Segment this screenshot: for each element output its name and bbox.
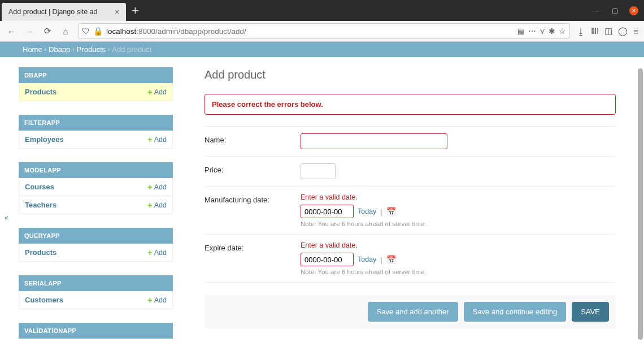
sidebar: DBAPPProducts+ AddFILTERAPPEmployees+ Ad… bbox=[0, 57, 173, 355]
add-link[interactable]: + Add bbox=[147, 135, 167, 144]
module-title[interactable]: MODELAPP bbox=[19, 162, 173, 178]
close-window-button[interactable]: × bbox=[629, 6, 638, 15]
add-link[interactable]: + Add bbox=[147, 200, 167, 210]
sidebar-item-teachers[interactable]: Teachers+ Add bbox=[19, 196, 173, 214]
meatball-menu-icon[interactable]: ⋯ bbox=[528, 27, 536, 36]
add-link[interactable]: + Add bbox=[147, 248, 167, 257]
browser-tab[interactable]: Add product | Django site ad × bbox=[2, 3, 126, 21]
error-banner: Please correct the errors below. bbox=[204, 94, 616, 115]
breadcrumb-app[interactable]: Dbapp bbox=[49, 45, 70, 54]
scrollbar[interactable] bbox=[637, 68, 644, 355]
submit-row: Save and add another Save and continue e… bbox=[204, 295, 616, 328]
mfg-label: Manufacturing date: bbox=[204, 193, 301, 204]
plus-icon: + bbox=[147, 248, 153, 257]
save-button[interactable]: SAVE bbox=[572, 302, 609, 322]
window-controls: — ▢ × bbox=[591, 6, 644, 15]
calendar-icon[interactable]: 📅 bbox=[386, 255, 396, 264]
add-link[interactable]: + Add bbox=[147, 182, 167, 192]
shield-icon: 🛡 bbox=[82, 27, 90, 36]
maximize-button[interactable]: ▢ bbox=[610, 6, 619, 15]
mfg-date-input[interactable] bbox=[301, 205, 354, 218]
new-tab-button[interactable]: + bbox=[132, 5, 139, 17]
browser-tab-bar: Add product | Django site ad × + — ▢ × bbox=[0, 0, 644, 21]
plus-icon: + bbox=[147, 135, 153, 144]
sidebar-item-label[interactable]: Employees bbox=[25, 135, 64, 144]
exp-label: Expire date: bbox=[204, 241, 301, 252]
sidebar-item-employees[interactable]: Employees+ Add bbox=[19, 131, 173, 149]
module-title[interactable]: QUERYAPP bbox=[19, 228, 173, 244]
close-tab-icon[interactable]: × bbox=[115, 7, 119, 16]
sidebar-item-label[interactable]: Teachers bbox=[25, 201, 56, 209]
breadcrumb: Home › Dbapp › Products › Add product bbox=[0, 42, 644, 57]
account-icon[interactable]: ◯ bbox=[618, 26, 628, 36]
name-input[interactable] bbox=[301, 133, 447, 149]
save-continue-button[interactable]: Save and continue editing bbox=[464, 302, 567, 322]
tab-title: Add product | Django site ad bbox=[8, 8, 110, 16]
plus-icon: + bbox=[147, 295, 153, 305]
sidebar-item-label[interactable]: Courses bbox=[25, 183, 54, 191]
price-label: Price: bbox=[204, 163, 301, 174]
sidebar-item-label[interactable]: Products bbox=[25, 248, 56, 257]
field-row-mfg-date: Manufacturing date: Enter a valid date. … bbox=[204, 187, 616, 235]
sidebar-item-products[interactable]: Products+ Add bbox=[19, 83, 173, 101]
forward-button[interactable]: → bbox=[21, 23, 37, 39]
admin-wrap: Home › Dbapp › Products › Add product « … bbox=[0, 42, 644, 355]
sidebar-toggle-icon[interactable]: « bbox=[5, 214, 8, 222]
field-row-price: Price: bbox=[204, 157, 616, 187]
back-button[interactable]: ← bbox=[3, 23, 19, 39]
module-title[interactable]: DBAPP bbox=[19, 67, 173, 83]
reader-icon[interactable]: ▤ bbox=[517, 27, 525, 36]
calendar-icon[interactable]: 📅 bbox=[386, 207, 396, 216]
mfg-help: Note: You are 6 hours ahead of server ti… bbox=[301, 220, 616, 227]
add-link[interactable]: + Add bbox=[147, 295, 167, 305]
url-text: localhost:8000/admin/dbapp/product/add/ bbox=[106, 27, 514, 36]
exp-today-link[interactable]: Today bbox=[358, 256, 376, 263]
browser-nav-bar: ← → ⟳ ⌂ 🛡 🔒 localhost:8000/admin/dbapp/p… bbox=[0, 21, 644, 42]
module-title[interactable]: SERIALAPP bbox=[19, 275, 173, 291]
library-icon[interactable]: ⅢⅠ bbox=[591, 26, 599, 36]
plus-icon: + bbox=[147, 182, 153, 192]
minimize-button[interactable]: — bbox=[591, 6, 600, 15]
reload-button[interactable]: ⟳ bbox=[40, 23, 55, 39]
bookmark-star-icon[interactable]: ☆ bbox=[559, 27, 566, 36]
mfg-today-link[interactable]: Today bbox=[358, 207, 376, 215]
module-title[interactable]: FILTERAPP bbox=[19, 115, 173, 131]
exp-date-input[interactable] bbox=[301, 253, 354, 266]
lock-icon: 🔒 bbox=[93, 27, 103, 36]
sidebar-item-label[interactable]: Products bbox=[25, 88, 56, 96]
price-input[interactable] bbox=[301, 163, 336, 179]
plus-icon: + bbox=[147, 87, 153, 97]
breadcrumb-home[interactable]: Home bbox=[23, 45, 42, 54]
module-title[interactable]: VALIDATIONAPP bbox=[19, 323, 173, 339]
field-row-exp-date: Expire date: Enter a valid date. Today |… bbox=[204, 235, 616, 283]
mfg-error: Enter a valid date. bbox=[301, 193, 616, 201]
sidebar-item-label[interactable]: Customers bbox=[25, 296, 63, 304]
save-add-another-button[interactable]: Save and add another bbox=[368, 302, 458, 322]
plus-icon: + bbox=[147, 200, 153, 210]
sidebar-item-products[interactable]: Products+ Add bbox=[19, 244, 173, 262]
add-link[interactable]: + Add bbox=[147, 87, 167, 97]
page-title: Add product bbox=[204, 68, 616, 81]
main-content: Add product Please correct the errors be… bbox=[173, 57, 644, 355]
exp-help: Note: You are 6 hours ahead of server ti… bbox=[301, 269, 616, 275]
field-row-name: Name: bbox=[204, 126, 616, 157]
sidebar-item-courses[interactable]: Courses+ Add bbox=[19, 178, 173, 196]
bug-icon[interactable]: ✱ bbox=[549, 27, 555, 36]
downloads-icon[interactable]: ⭳ bbox=[577, 27, 585, 36]
scrollbar-thumb[interactable] bbox=[638, 68, 643, 340]
pocket-icon[interactable]: ⋎ bbox=[539, 27, 545, 36]
name-label: Name: bbox=[204, 133, 301, 144]
menu-icon[interactable]: ≡ bbox=[633, 27, 638, 36]
url-bar[interactable]: 🛡 🔒 localhost:8000/admin/dbapp/product/a… bbox=[78, 23, 570, 39]
breadcrumb-model[interactable]: Products bbox=[77, 45, 106, 54]
sidebar-item-customers[interactable]: Customers+ Add bbox=[19, 291, 173, 309]
breadcrumb-current: Add product bbox=[112, 45, 151, 54]
toolbar-right: ⭳ ⅢⅠ ◫ ◯ ≡ bbox=[575, 26, 641, 36]
home-button[interactable]: ⌂ bbox=[58, 23, 73, 39]
exp-error: Enter a valid date. bbox=[301, 241, 616, 249]
sidebar-icon[interactable]: ◫ bbox=[604, 26, 612, 36]
